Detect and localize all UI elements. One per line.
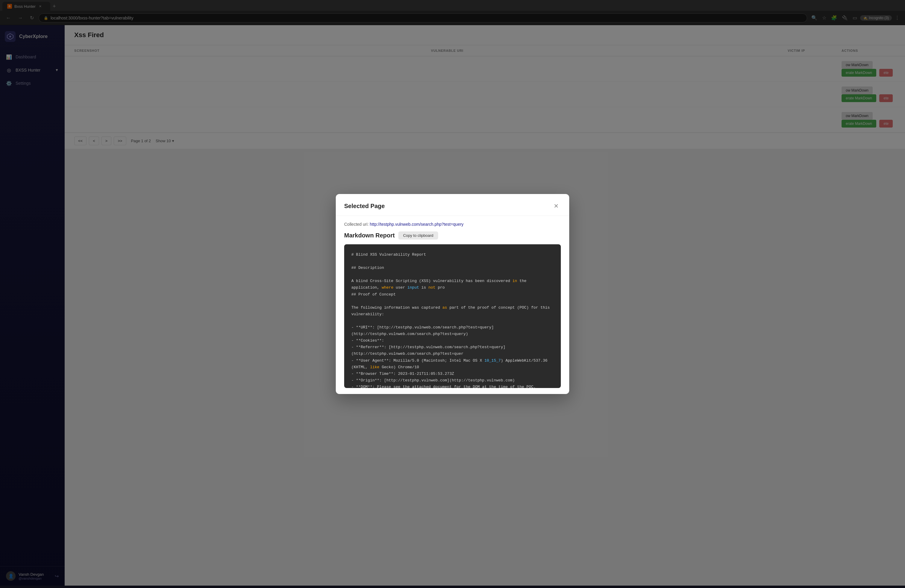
modal-overlay[interactable]: Selected Page ✕ Collected uri: http://te… — [0, 0, 905, 588]
modal-close-button[interactable]: ✕ — [551, 201, 561, 211]
modal-body: Collected uri: http://testphp.vulnweb.co… — [336, 216, 569, 394]
code-block: # Blind XSS Vulnerability Report ## Desc… — [344, 244, 561, 388]
collected-uri-value: http://testphp.vulnweb.com/search.php?te… — [370, 222, 464, 227]
modal-title: Selected Page — [344, 203, 385, 210]
collected-uri: Collected uri: http://testphp.vulnweb.co… — [344, 222, 561, 227]
copy-to-clipboard-button[interactable]: Copy to clipboard — [399, 231, 438, 240]
modal: Selected Page ✕ Collected uri: http://te… — [336, 194, 569, 394]
modal-header: Selected Page ✕ — [336, 194, 569, 216]
report-heading: Markdown Report Copy to clipboard — [344, 231, 561, 240]
collected-uri-label: Collected uri: — [344, 222, 369, 227]
report-title: Markdown Report — [344, 232, 395, 239]
